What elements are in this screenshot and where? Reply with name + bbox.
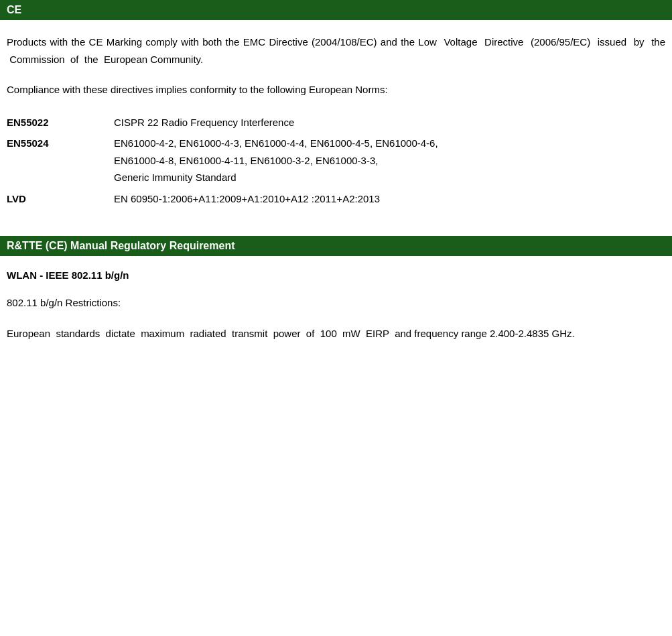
- wlan-title-text: WLAN - IEEE 802.11 b/g/n: [7, 269, 129, 281]
- norm-desc-en55022: CISPR 22 Radio Frequency Interference: [114, 112, 665, 133]
- rtte-header-label: R&TTE (CE) Manual Regulatory Requirement: [7, 240, 234, 251]
- page-container: CE Products with the CE Marking comply w…: [0, 0, 672, 369]
- norm-id-en55024: EN55024: [7, 133, 114, 188]
- norm-desc-en55024: EN61000-4-2, EN61000-4-3, EN61000-4-4, E…: [114, 133, 665, 188]
- ce-section-header: CE: [0, 0, 672, 20]
- rtte-section-header: R&TTE (CE) Manual Regulatory Requirement: [0, 236, 672, 256]
- norm-desc-lvd: EN 60950-1:2006+A11:2009+A1:2010+A12 :20…: [114, 188, 665, 210]
- norm-id-en55022: EN55022: [7, 112, 114, 133]
- norm-id-lvd: LVD: [7, 188, 114, 210]
- norms-table: EN55022 CISPR 22 Radio Frequency Interfe…: [7, 112, 665, 210]
- restrictions-label-text: 802.11 b/g/n Restrictions:: [7, 297, 121, 308]
- restrictions-label: 802.11 b/g/n Restrictions:: [7, 294, 665, 312]
- norm-row-lvd: LVD EN 60950-1:2006+A11:2009+A1:2010+A12…: [7, 188, 665, 210]
- wlan-title: WLAN - IEEE 802.11 b/g/n: [7, 269, 665, 281]
- compliance-paragraph: Compliance with these directives implies…: [7, 81, 665, 99]
- ce-header-label: CE: [7, 4, 21, 15]
- ce-section-content: Products with the CE Marking comply with…: [0, 20, 672, 222]
- intro-paragraph: Products with the CE Marking comply with…: [7, 34, 665, 68]
- norm-row-en55024: EN55024 EN61000-4-2, EN61000-4-3, EN6100…: [7, 133, 665, 188]
- norm-row-en55022: EN55022 CISPR 22 Radio Frequency Interfe…: [7, 112, 665, 133]
- wlan-section: WLAN - IEEE 802.11 b/g/n 802.11 b/g/n Re…: [0, 269, 672, 369]
- european-standards-paragraph: European standards dictate maximum radia…: [7, 325, 665, 342]
